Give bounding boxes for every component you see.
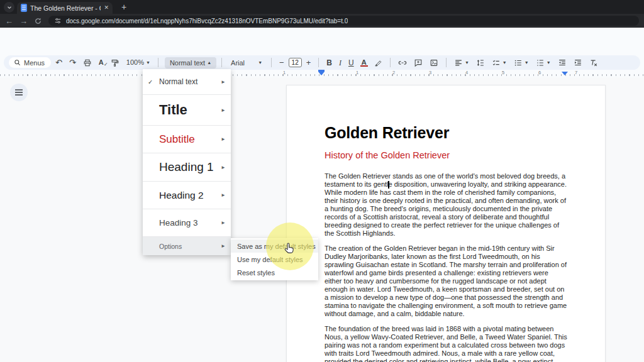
font-value: Arial <box>231 59 245 67</box>
ruler[interactable]: 1 1 2 3 4 5 6 7 <box>0 70 644 77</box>
browser-tab[interactable]: The Golden Retriever - Google ✕ <box>17 2 113 14</box>
ruler-label: 1 <box>356 70 358 75</box>
text-color-button[interactable]: A <box>358 59 370 67</box>
undo-button[interactable]: ↶ <box>53 58 65 67</box>
underline-button[interactable]: U <box>346 59 357 67</box>
document-outline-button[interactable] <box>10 84 28 101</box>
new-tab-button[interactable]: + <box>118 1 130 13</box>
italic-button[interactable]: I <box>336 59 344 67</box>
print-button[interactable] <box>80 58 94 67</box>
menu-item-options[interactable]: Options ► <box>143 236 231 255</box>
bulleted-list-icon <box>514 58 523 67</box>
browser-window: The Golden Retriever - Google ✕ + ← → do… <box>0 0 644 362</box>
numbered-list-button[interactable]: ▼ <box>533 58 553 67</box>
clear-formatting-button[interactable] <box>587 58 601 67</box>
print-icon <box>83 58 92 67</box>
submenu-arrow-icon: ► <box>221 220 226 226</box>
menu-item-label: Heading 2 <box>159 190 204 201</box>
paint-format-button[interactable] <box>108 58 122 67</box>
tab-search-button[interactable] <box>4 2 14 13</box>
outdent-icon <box>558 58 567 67</box>
menu-item-label: Title <box>159 102 187 118</box>
back-icon[interactable]: ← <box>5 17 13 25</box>
submenu-arrow-icon: ► <box>221 136 226 142</box>
menu-item-subtitle[interactable]: Subtitle ► <box>143 125 231 153</box>
image-icon <box>430 58 438 67</box>
submenu-arrow-icon: ► <box>221 243 226 249</box>
forward-icon[interactable]: → <box>19 17 28 25</box>
bulleted-list-button[interactable]: ▼ <box>511 58 531 67</box>
caret-down-icon: ▼ <box>146 60 150 65</box>
spellcheck-button[interactable]: A✓ <box>96 59 106 66</box>
caret-down-icon: ▼ <box>502 60 507 65</box>
outline-icon <box>15 89 23 96</box>
menu-item-reset-styles[interactable]: Reset styles <box>231 266 318 279</box>
submenu-arrow-icon: ► <box>221 79 226 85</box>
site-info-icon[interactable] <box>54 17 62 25</box>
link-icon <box>398 58 407 67</box>
decrease-indent-button[interactable] <box>555 58 569 67</box>
checklist-button[interactable]: ▼ <box>489 58 509 67</box>
bold-button[interactable]: B <box>324 59 335 67</box>
styles-dropdown-menu: ✓ Normal text ► Title ► Subtitle ► Headi… <box>143 69 231 255</box>
right-indent-marker[interactable] <box>562 72 568 75</box>
line-spacing-icon <box>476 58 485 67</box>
document-page[interactable]: Golden Retriever History of the Golden R… <box>286 85 606 362</box>
spellcheck-check-icon: ✓ <box>104 62 108 67</box>
caret-down-icon: ▼ <box>525 60 529 65</box>
highlight-color-button[interactable] <box>372 58 385 67</box>
font-size-field[interactable]: 12 <box>289 58 302 67</box>
add-comment-button[interactable] <box>411 58 425 67</box>
submenu-arrow-icon: ► <box>221 192 226 198</box>
text-cursor <box>388 181 389 189</box>
caret-down-icon: ▼ <box>547 60 551 65</box>
reload-icon[interactable] <box>34 17 42 25</box>
menus-search-button[interactable]: Menus <box>9 57 51 68</box>
toolbar-divider <box>390 58 391 67</box>
zoom-select[interactable]: 100%▼ <box>124 59 153 66</box>
hand-cursor-icon <box>282 241 296 256</box>
increase-indent-button[interactable] <box>571 58 585 67</box>
ruler-label: 6 <box>538 70 541 75</box>
menu-item-label: Normal text <box>159 77 197 86</box>
menu-item-normal-text[interactable]: ✓ Normal text ► <box>143 69 231 94</box>
insert-image-button[interactable] <box>427 58 441 67</box>
menu-item-heading-2[interactable]: Heading 2 ► <box>143 181 231 209</box>
menu-item-heading-1[interactable]: Heading 1 ► <box>143 153 231 181</box>
highlighter-icon <box>374 58 382 67</box>
chevron-down-icon <box>6 4 13 11</box>
doc-paragraph: The Golden Retriever stands as one of th… <box>325 172 567 238</box>
numbered-list-icon <box>536 58 545 67</box>
indent-icon <box>574 58 582 67</box>
document-canvas: Golden Retriever History of the Golden R… <box>0 77 644 362</box>
ruler-label: 2 <box>392 70 395 75</box>
align-button[interactable]: ▼ <box>452 58 472 67</box>
url-bar: ← → docs.google.com/document/d/1eLnqppNy… <box>0 14 644 28</box>
font-select[interactable]: Arial▼ <box>227 59 266 67</box>
redo-button[interactable]: ↷ <box>67 58 79 67</box>
menu-item-label: Subtitle <box>159 133 195 146</box>
paint-roller-icon <box>111 58 119 67</box>
line-spacing-button[interactable] <box>474 58 487 67</box>
ruler-label: 5 <box>502 70 504 75</box>
tab-strip: The Golden Retriever - Google ✕ + <box>0 0 644 14</box>
toolbar: Menus ↶ ↷ A✓ 100%▼ Normal text▲ Arial▼ −… <box>4 55 640 70</box>
menu-item-title[interactable]: Title ► <box>143 94 231 125</box>
toolbar-divider <box>158 58 158 67</box>
caret-up-icon: ▲ <box>207 60 211 65</box>
menu-item-heading-3[interactable]: Heading 3 ► <box>143 209 231 236</box>
doc-paragraph: The creation of the Golden Retriever beg… <box>325 244 567 318</box>
caret-down-icon: ▼ <box>258 60 262 65</box>
toolbar-divider <box>318 58 319 67</box>
search-icon <box>14 59 21 66</box>
decrease-font-size-button[interactable]: − <box>277 58 287 67</box>
caret-down-icon: ▼ <box>465 60 469 65</box>
insert-link-button[interactable] <box>396 58 409 67</box>
toolbar-divider <box>271 58 272 67</box>
spellcheck-letter: A <box>99 59 104 66</box>
tab-close-icon[interactable]: ✕ <box>104 5 109 11</box>
styles-select[interactable]: Normal text▲ <box>165 57 216 69</box>
left-indent-marker[interactable] <box>318 72 325 75</box>
increase-font-size-button[interactable]: + <box>304 58 314 67</box>
address-field[interactable]: docs.google.com/document/d/1eLnqppNyhs7h… <box>48 16 639 26</box>
